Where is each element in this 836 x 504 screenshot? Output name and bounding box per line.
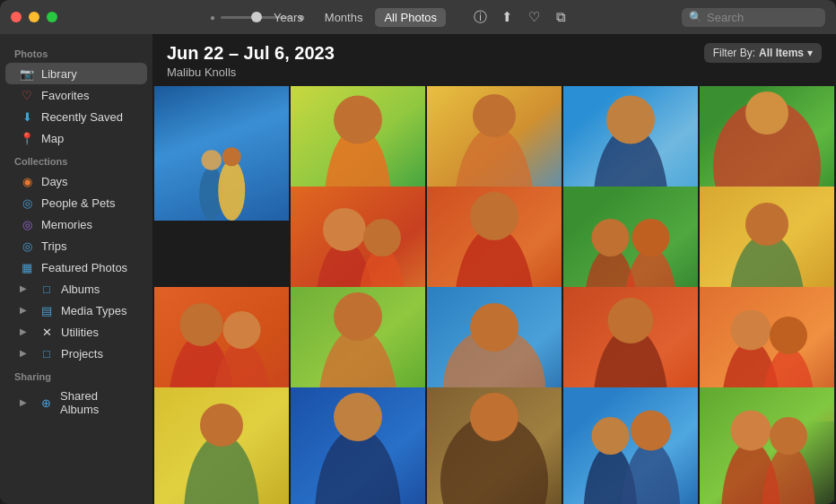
svg-point-7 <box>473 94 516 137</box>
utilities-expand-icon: ▶ <box>20 326 30 337</box>
maximize-button[interactable] <box>47 12 57 22</box>
sharing-section-label: Sharing <box>0 364 152 386</box>
recently-saved-icon: ⬇ <box>20 109 34 124</box>
projects-expand-icon: ▶ <box>20 348 30 359</box>
albums-expand-icon: ▶ <box>20 283 30 294</box>
sidebar-item-label-map: Map <box>41 132 64 145</box>
search-box[interactable]: 🔍 <box>682 8 825 27</box>
svg-point-37 <box>770 317 807 354</box>
sidebar-item-label-media-types: Media Types <box>61 304 126 317</box>
filter-label: Filter By: <box>713 47 755 59</box>
sidebar-item-label-library: Library <box>41 67 77 81</box>
date-range: Jun 22 – Jul 6, 2023 <box>167 43 335 64</box>
svg-point-39 <box>200 404 243 447</box>
sidebar-item-featured-photos[interactable]: ▦ Featured Photos <box>5 256 147 278</box>
sidebar-item-memories[interactable]: ◎ Memories <box>5 213 147 235</box>
sidebar-item-label-favorites: Favorites <box>41 89 89 102</box>
photo-grid <box>152 84 836 504</box>
media-types-icon: ▤ <box>39 303 54 317</box>
days-icon: ◉ <box>20 174 34 188</box>
shared-albums-icon: ⊕ <box>39 395 53 410</box>
minimize-button[interactable] <box>29 12 39 22</box>
sidebar-item-media-types[interactable]: ▶ ▤ Media Types <box>5 300 147 321</box>
utilities-icon: ✕ <box>39 325 54 339</box>
photo-cell[interactable] <box>700 387 834 504</box>
filter-button[interactable]: Filter By: All Items ▾ <box>704 43 822 63</box>
sidebar-item-library[interactable]: 📷 Library <box>5 63 147 84</box>
svg-point-15 <box>363 219 401 256</box>
svg-point-51 <box>770 417 807 455</box>
close-button[interactable] <box>11 12 22 22</box>
photo-cell[interactable] <box>563 387 698 504</box>
map-icon: 📍 <box>20 131 34 145</box>
sidebar-item-days[interactable]: ◉ Days <box>5 170 147 192</box>
tab-years[interactable]: Years <box>265 8 312 27</box>
sidebar-item-projects[interactable]: ▶ □ Projects <box>5 343 147 364</box>
svg-point-47 <box>631 411 671 451</box>
svg-point-2 <box>218 161 245 222</box>
sidebar-item-trips[interactable]: ◎ Trips <box>5 235 147 256</box>
projects-icon: □ <box>39 346 54 361</box>
sidebar-item-label-memories: Memories <box>41 218 92 231</box>
svg-point-27 <box>223 311 261 349</box>
main-window: ● ● Years Months All Photos ⓘ ⬆ ♡ ⧉ 🔍 <box>0 0 836 504</box>
svg-point-33 <box>608 298 654 343</box>
sidebar-item-label-featured-photos: Featured Photos <box>41 261 127 274</box>
svg-point-25 <box>180 303 223 346</box>
photo-cell[interactable] <box>291 387 425 504</box>
traffic-lights <box>11 12 57 22</box>
svg-point-45 <box>592 417 630 455</box>
photo-cell[interactable] <box>154 387 289 504</box>
collections-section-label: Collections <box>0 149 152 170</box>
memories-icon: ◎ <box>20 217 34 231</box>
photo-cell[interactable] <box>154 86 289 221</box>
sidebar-item-label-recently-saved: Recently Saved <box>41 110 123 124</box>
sidebar-item-map[interactable]: 📍 Map <box>5 127 147 149</box>
sidebar-item-label-utilities: Utilities <box>61 326 99 339</box>
sidebar-item-label-trips: Trips <box>41 239 66 253</box>
share-icon[interactable]: ⬆ <box>498 7 518 27</box>
tab-months[interactable]: Months <box>316 8 372 27</box>
svg-point-29 <box>334 292 382 341</box>
svg-point-11 <box>745 91 788 135</box>
sidebar-item-albums[interactable]: ▶ □ Albums <box>5 278 147 300</box>
photos-section-label: Photos <box>0 41 152 63</box>
trips-icon: ◎ <box>20 239 34 253</box>
filter-value: All Items <box>759 47 804 59</box>
svg-point-13 <box>323 208 366 251</box>
sidebar-item-label-days: Days <box>41 175 68 188</box>
titlebar: ● ● Years Months All Photos ⓘ ⬆ ♡ ⧉ 🔍 <box>0 0 836 34</box>
photo-header: Jun 22 – Jul 6, 2023 Malibu Knolls Filte… <box>152 34 836 84</box>
svg-point-3 <box>222 147 241 166</box>
sidebar: Photos 📷 Library ♡ Favorites ⬇ Recently … <box>0 34 152 504</box>
shared-albums-expand-icon: ▶ <box>20 397 30 408</box>
svg-point-5 <box>334 96 382 144</box>
sidebar-item-label-projects: Projects <box>61 347 103 361</box>
sidebar-item-utilities[interactable]: ▶ ✕ Utilities <box>5 321 147 343</box>
featured-photos-icon: ▦ <box>20 260 34 274</box>
svg-point-9 <box>606 96 655 144</box>
main-content: Photos 📷 Library ♡ Favorites ⬇ Recently … <box>0 34 836 504</box>
sidebar-item-people-pets[interactable]: ◎ People & Pets <box>5 192 147 213</box>
search-input[interactable] <box>707 11 818 24</box>
sidebar-item-label-people-pets: People & Pets <box>41 196 115 210</box>
svg-point-21 <box>632 219 670 256</box>
location: Malibu Knolls <box>167 65 335 79</box>
heart-icon[interactable]: ♡ <box>525 7 544 27</box>
sidebar-item-shared-albums[interactable]: ▶ ⊕ Shared Albums <box>5 386 147 420</box>
sidebar-item-recently-saved[interactable]: ⬇ Recently Saved <box>5 106 147 127</box>
svg-point-43 <box>470 393 518 441</box>
toolbar-icons: ⓘ ⬆ ♡ ⧉ <box>471 7 571 27</box>
photo-cell[interactable] <box>427 387 562 504</box>
copy-icon[interactable]: ⧉ <box>552 7 571 27</box>
svg-point-41 <box>334 393 382 441</box>
sidebar-item-favorites[interactable]: ♡ Favorites <box>5 84 147 106</box>
svg-point-31 <box>470 303 518 352</box>
search-icon: 🔍 <box>689 11 702 23</box>
info-icon[interactable]: ⓘ <box>471 7 491 27</box>
tab-all-photos[interactable]: All Photos <box>375 8 446 27</box>
svg-point-35 <box>731 310 771 351</box>
albums-icon: □ <box>39 282 54 296</box>
svg-point-17 <box>470 192 518 240</box>
svg-point-49 <box>731 411 771 451</box>
